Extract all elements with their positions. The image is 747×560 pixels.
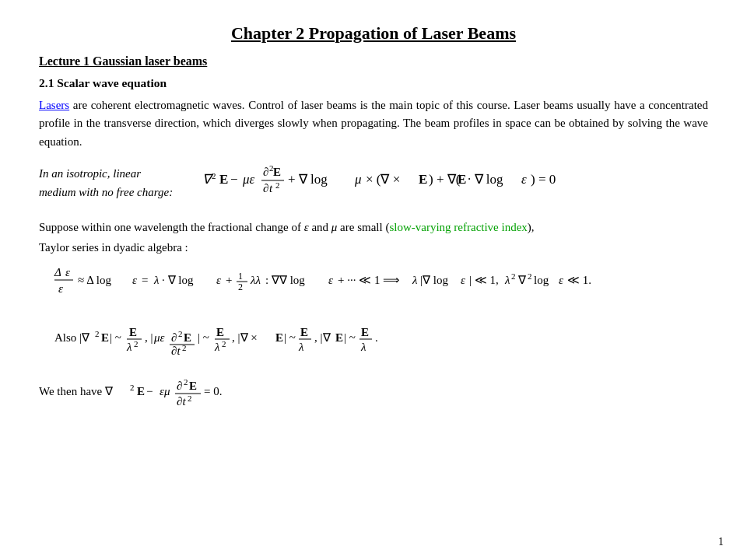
svg-text:E: E <box>101 331 109 344</box>
svg-text:| ~: | ~ <box>110 331 121 344</box>
svg-text:−: − <box>146 385 153 397</box>
svg-text:∂: ∂ <box>263 182 268 194</box>
svg-text:∇: ∇ <box>517 274 527 286</box>
medium-text-line1: In an <box>39 167 66 180</box>
slow-varying-link[interactable]: slow-varying refractive index <box>389 221 527 233</box>
svg-text:+ ∇ log: + ∇ log <box>288 172 328 187</box>
section-title: 2.1 Scalar wave equation <box>39 76 708 90</box>
svg-text:| ~: | ~ <box>284 331 296 344</box>
lasers-link[interactable]: Lasers <box>39 99 69 111</box>
svg-text:∂t: ∂t <box>171 345 181 357</box>
svg-text:−: − <box>230 172 238 187</box>
svg-text:.: . <box>375 331 378 344</box>
svg-text:1: 1 <box>238 271 243 282</box>
medium-text-line2: medium with no free charge: <box>39 186 173 198</box>
svg-text:· ∇ log: · ∇ log <box>468 172 503 187</box>
svg-text:2: 2 <box>222 339 226 348</box>
svg-text:· ∇ log: · ∇ log <box>162 274 194 286</box>
svg-text:E: E <box>275 331 283 344</box>
suppose-and: and <box>309 221 331 233</box>
suppose-text2: are small ( <box>337 221 389 233</box>
svg-text:∂: ∂ <box>171 331 177 344</box>
svg-text:2: 2 <box>528 271 532 281</box>
svg-text:: ∇∇ log: : ∇∇ log <box>265 274 305 286</box>
svg-text:ε: ε <box>216 274 221 286</box>
svg-text:2: 2 <box>130 383 135 392</box>
svg-text:≈ Δ log: ≈ Δ log <box>78 274 111 286</box>
svg-text:λ: λ <box>298 341 304 353</box>
svg-text:= 0.: = 0. <box>204 385 222 397</box>
svg-text:ε: ε <box>461 274 465 286</box>
svg-text:, |: , | <box>145 331 153 344</box>
svg-text:E: E <box>419 172 427 187</box>
medium-equation-block: In an isotropic, linear medium with no f… <box>39 159 708 207</box>
taylor-equation: Δ ε ε ≈ Δ log ε = λ · ∇ log ε + 1 2 λλ :… <box>54 259 708 309</box>
svg-text:∂: ∂ <box>177 380 182 392</box>
svg-text:E: E <box>335 331 343 344</box>
svg-text:ε: ε <box>132 274 137 286</box>
svg-text:E: E <box>273 166 281 178</box>
svg-text:∂: ∂ <box>263 166 268 178</box>
svg-text:2: 2 <box>178 329 183 338</box>
svg-text:) + ∇(: ) + ∇( <box>429 172 461 187</box>
taylor-label: Taylor series in dyadic algebra : <box>39 241 708 254</box>
svg-text:λλ: λλ <box>250 274 261 286</box>
svg-text:λ: λ <box>214 341 220 353</box>
svg-text:We then have  ∇: We then have ∇ <box>39 385 114 397</box>
svg-text:2: 2 <box>182 343 187 352</box>
svg-text:2: 2 <box>212 171 216 180</box>
svg-text:ε: ε <box>328 274 333 286</box>
page-number: 1 <box>718 536 724 548</box>
svg-text:Also |∇: Also |∇ <box>54 331 90 344</box>
svg-text:2: 2 <box>238 282 243 292</box>
svg-text:log: log <box>534 274 549 286</box>
svg-text:μ: μ <box>354 172 362 187</box>
svg-text:|∇ log: |∇ log <box>420 274 448 286</box>
svg-text:× (∇ ×: × (∇ × <box>366 172 400 187</box>
svg-text:E: E <box>458 172 466 187</box>
svg-text:ε: ε <box>559 274 563 286</box>
also-equation: Also |∇ 2 E | ~ E λ 2 , | με ∂ 2 E ∂t 2 … <box>54 317 708 363</box>
svg-text:2: 2 <box>275 180 280 190</box>
svg-text:E: E <box>129 326 137 338</box>
svg-text:με: με <box>242 172 255 187</box>
svg-text:t: t <box>269 182 273 194</box>
svg-text:2: 2 <box>184 377 188 387</box>
svg-text:E: E <box>137 385 145 397</box>
svg-text:E: E <box>184 331 191 344</box>
svg-text:ε: ε <box>65 266 70 278</box>
svg-text:| ~: | ~ <box>198 331 209 344</box>
lecture-title: Lecture 1 Gaussian laser beams <box>39 54 708 68</box>
svg-text:∂t: ∂t <box>177 395 186 408</box>
svg-text:E: E <box>219 172 228 187</box>
svg-text:Δ: Δ <box>54 266 61 278</box>
we-then-equation: We then have ∇ 2 E − εμ ∂ 2 E ∂t 2 = 0. <box>39 368 708 418</box>
paragraph-1-text: are coherent electromagnetic waves. Cont… <box>39 99 708 148</box>
svg-text:E: E <box>189 380 197 392</box>
svg-text:λ: λ <box>153 274 160 286</box>
wave-equation: ∇ 2 E − με ∂ 2 E ∂ t 2 + ∇ log μ × (∇ × … <box>202 159 708 207</box>
suppose-text1: Suppose within one wavelength the fracti… <box>39 221 304 233</box>
svg-text:2: 2 <box>188 394 192 403</box>
svg-text:E: E <box>300 326 308 338</box>
paragraph-1: Lasers are coherent electromagnetic wave… <box>39 96 708 151</box>
medium-text-italic: isotropic, linear <box>66 167 141 180</box>
svg-text:ε: ε <box>521 172 527 187</box>
medium-text: In an isotropic, linear medium with no f… <box>39 164 179 201</box>
svg-text:λ: λ <box>412 274 418 286</box>
svg-text:λ: λ <box>504 274 510 286</box>
svg-text:, |∇ ×: , |∇ × <box>232 331 258 344</box>
svg-text:2: 2 <box>134 339 139 348</box>
svg-text:ε: ε <box>58 282 63 295</box>
svg-text:, |∇: , |∇ <box>314 331 331 344</box>
svg-text:E: E <box>361 326 369 338</box>
svg-text:εμ: εμ <box>160 385 170 397</box>
svg-text:λ: λ <box>126 341 132 353</box>
svg-text:+ ··· ≪ 1 ⟹: + ··· ≪ 1 ⟹ <box>338 274 400 286</box>
svg-text:E: E <box>216 326 224 338</box>
suppose-end: ), <box>528 221 535 233</box>
svg-text:με: με <box>153 331 165 344</box>
chapter-title: Chapter 2 Propagation of Laser Beams <box>39 23 708 44</box>
svg-text:+: + <box>226 274 232 286</box>
svg-text:| ~: | ~ <box>344 331 356 344</box>
